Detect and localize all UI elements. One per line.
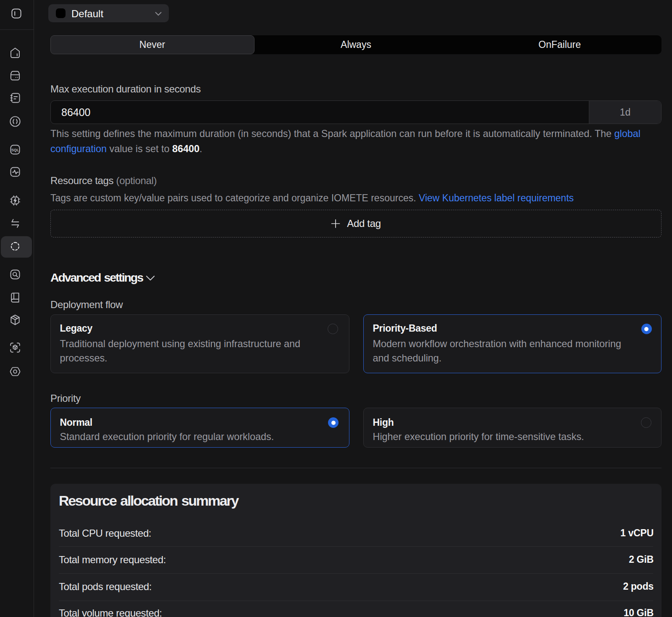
svg-text:SQL: SQL xyxy=(11,148,19,152)
